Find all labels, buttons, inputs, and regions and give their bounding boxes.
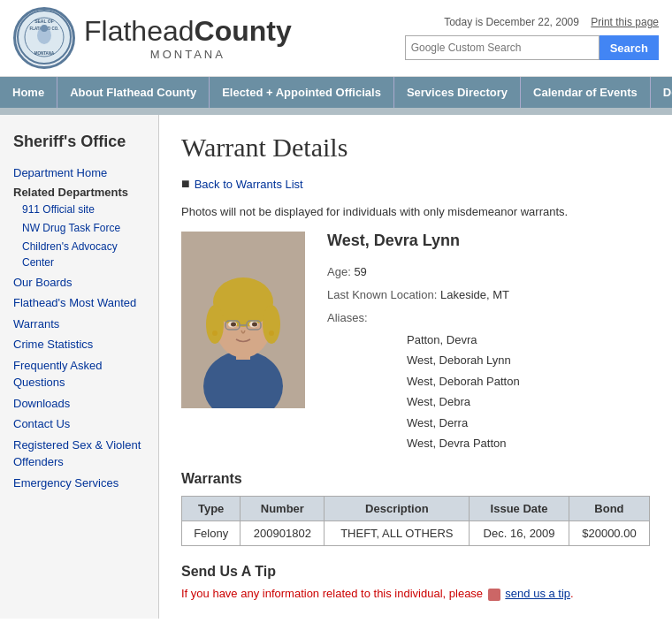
sidebar-link[interactable]: Warrants [13,317,59,330]
sidebar-item: Flathead's Most Wanted [13,294,149,312]
svg-text:SEAL OF: SEAL OF [34,19,54,24]
warrants-table-header: TypeNumberDescriptionIssue DateBond [182,497,650,521]
date-print-bar: Today is December 22, 2009 Print this pa… [405,16,659,28]
warrants-cell-description: THEFT, ALL OTHERS [325,521,470,546]
warrants-section: Warrants TypeNumberDescriptionIssue Date… [181,471,650,546]
nav-item: Home [0,77,57,108]
tip-text: If you have any information related to t… [181,587,650,601]
person-aliases-row: Aliases: [327,307,520,330]
content-wrapper: Sheriff's Office Department HomeRelated … [0,115,672,619]
today-date: Today is December 22, 2009 [444,16,579,28]
photo-disclaimer: Photos will not be displayed for individ… [181,205,650,218]
aliases-label: Aliases: [327,311,368,324]
sidebar-link[interactable]: NW Drug Task Force [22,220,149,236]
warrants-col-header: Type [182,497,241,521]
sidebar-item: Crime Statistics [13,336,149,353]
person-details: Age: 59 Last Known Location: Lakeside, M… [327,261,520,453]
person-section: West, Devra Lynn Age: 59 Last Known Loca… [181,232,650,453]
sidebar-item: 911 Official site [13,201,149,217]
sidebar-item: Our Boards [13,274,149,292]
main-content: Warrant Details ■ Back to Warrants List … [159,115,672,619]
warrants-cell-number: 200901802 [241,521,325,546]
tip-period: . [570,587,574,600]
sidebar-link[interactable]: Emergency Services [13,476,118,490]
tip-link[interactable]: send us a tip [505,587,570,600]
person-age-row: Age: 59 [327,261,520,284]
main-nav: HomeAbout Flathead CountyElected + Appoi… [0,77,672,108]
warrants-col-header: Description [325,497,470,521]
sidebar-list: Department HomeRelated Departments911 Of… [13,164,149,491]
nav-link[interactable]: About Flathead County [57,77,209,108]
back-to-warrants-link[interactable]: Back to Warrants List [195,178,303,191]
sidebar-link[interactable]: Contact Us [13,417,70,430]
page-title: Warrant Details [181,133,650,163]
location-label: Last Known Location: [327,288,437,301]
sidebar-link[interactable]: Frequently Asked Questions [13,359,102,390]
sidebar-link[interactable]: Department Home [13,166,107,179]
svg-text:MONTANA: MONTANA [34,51,55,56]
search-button[interactable]: Search [599,35,659,60]
warrants-col-header: Issue Date [470,497,569,521]
sidebar-item: NW Drug Task Force [13,220,149,236]
tip-section-title: Send Us A Tip [181,564,650,580]
sidebar-item: Emergency Services [13,475,149,492]
search-input[interactable] [405,35,599,60]
sidebar-title: Sheriff's Office [13,133,149,151]
warrants-cell-bond: $20000.00 [569,521,649,546]
sidebar-link[interactable]: Our Boards [13,276,72,289]
sidebar-item: Related Departments [13,186,149,199]
sidebar-link[interactable]: 911 Official site [22,201,149,217]
header-left: SEAL OF FLATHEAD CO. MONTANA FlatheadCou… [13,7,292,69]
nav-item: Departments [651,77,672,108]
nav-link[interactable]: Departments [651,77,672,108]
sidebar-item: Warrants [13,315,149,333]
warrants-cell-type: Felony [182,521,241,546]
sidebar-section-label: Related Departments [13,186,128,199]
tip-section: Send Us A Tip If you have any informatio… [181,564,650,601]
nav-item: About Flathead County [57,77,210,108]
sidebar-item: Children's Advocacy Center [13,239,149,270]
warrants-cell-issue_date: Dec. 16, 2009 [470,521,569,546]
sidebar-item: Downloads [13,395,149,413]
nav-link[interactable]: Home [0,77,57,108]
sidebar-link[interactable]: Children's Advocacy Center [22,239,149,270]
logo-name: FlatheadCounty [84,15,292,47]
alias-item: West, Derra [407,413,520,433]
sidebar-link[interactable]: Downloads [13,397,70,410]
person-photo [181,232,305,408]
table-row: Felony200901802THEFT, ALL OTHERSDec. 16,… [182,521,650,546]
print-link[interactable]: Print this page [591,16,659,28]
nav-link[interactable]: Services Directory [394,77,520,108]
svg-point-18 [252,323,257,327]
age-value: 59 [354,265,366,278]
person-name: West, Devra Lynn [327,232,520,250]
alias-item: West, Deborah Patton [407,371,520,391]
search-bar: Search [405,35,659,60]
alias-item: West, Devra Patton [407,433,520,453]
nav-link[interactable]: Calendar of Events [521,77,650,108]
header-right: Today is December 22, 2009 Print this pa… [405,16,659,60]
mugshot-image [181,232,305,408]
warrants-table: TypeNumberDescriptionIssue DateBond Felo… [181,496,650,546]
alias-item: West, Deborah Lynn [407,350,520,370]
nav-item: Elected + Appointed Officials [210,77,394,108]
nav-link[interactable]: Elected + Appointed Officials [210,77,393,108]
sidebar-item: Contact Us [13,415,149,433]
svg-point-17 [231,323,236,327]
back-link-container: ■ Back to Warrants List [181,176,650,192]
tip-icon [488,589,500,601]
alias-item: West, Debra [407,391,520,412]
nav-item: Calendar of Events [521,77,651,108]
svg-point-6 [41,25,48,32]
tip-text-before: If you have any information related to t… [181,587,483,600]
logo-state: MONTANA [84,48,292,61]
sidebar-link[interactable]: Flathead's Most Wanted [13,296,136,309]
sidebar-link[interactable]: Crime Statistics [13,338,93,351]
nav-list: HomeAbout Flathead CountyElected + Appoi… [0,77,672,108]
alias-item: Patton, Devra [407,330,520,350]
warrants-section-title: Warrants [181,471,650,487]
logo-text: FlatheadCounty MONTANA [84,15,292,61]
warrants-col-header: Bond [569,497,649,521]
sidebar-link[interactable]: Registered Sex & Violent Offenders [13,438,141,469]
svg-point-23 [269,330,274,336]
